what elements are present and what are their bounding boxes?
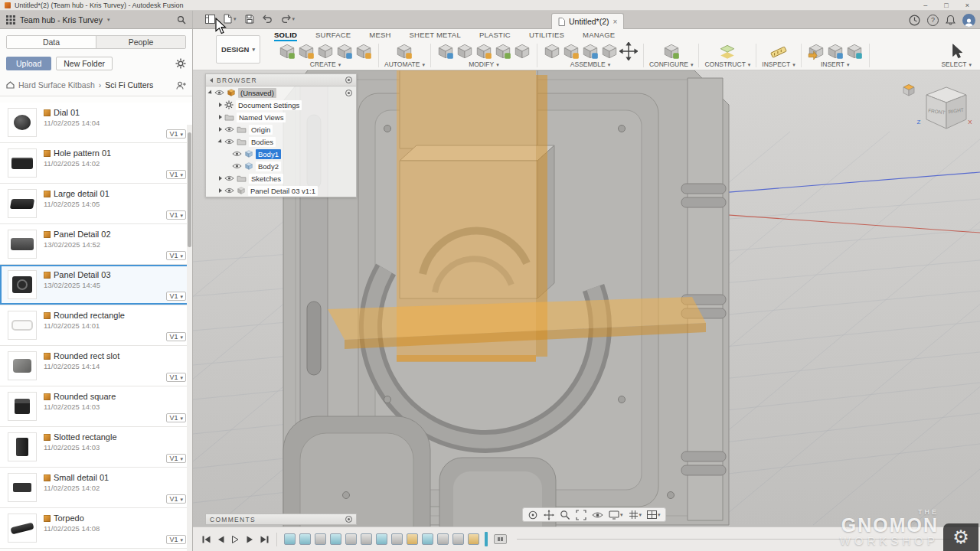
tab-surface[interactable]: SURFACE	[315, 29, 351, 41]
tab-manage[interactable]: MANAGE	[583, 29, 615, 41]
go-to-end-icon[interactable]	[259, 534, 270, 545]
hub-selector[interactable]: Team hub - Kris Turvey ▾	[0, 11, 193, 28]
search-icon[interactable]	[177, 15, 186, 24]
list-item[interactable]: Slotted rectangle 11/02/2025 14:03 V1▾	[0, 427, 192, 468]
browser-row-named-views[interactable]: Named Views	[206, 111, 356, 123]
new-folder-button[interactable]: New Folder	[56, 57, 113, 70]
app-grid-icon[interactable]	[6, 15, 15, 24]
version-dropdown[interactable]: V1▾	[166, 292, 186, 301]
tab-mesh[interactable]: MESH	[369, 29, 390, 41]
display-settings-icon[interactable]: ▾	[607, 509, 625, 521]
new-component-icon[interactable]	[543, 42, 561, 60]
timeline-track[interactable]	[517, 539, 966, 540]
browser-row-body2[interactable]: Body2	[206, 160, 356, 172]
visibility-eye-icon[interactable]	[232, 151, 242, 157]
create-dropdown[interactable]: CREATE▾	[310, 60, 341, 68]
maximize-button[interactable]: □	[944, 2, 948, 9]
tab-close-icon[interactable]: ×	[613, 18, 618, 26]
browser-row-root[interactable]: (Unsaved)	[206, 86, 356, 99]
data-panel-toggle-icon[interactable]	[205, 15, 215, 24]
tab-sheet-metal[interactable]: SHEET METAL	[410, 29, 461, 41]
modify-dropdown[interactable]: MODIFY▾	[469, 60, 499, 68]
visibility-eye-icon[interactable]	[232, 163, 242, 169]
select-dropdown[interactable]: SELECT▾	[941, 60, 972, 68]
collapse-icon[interactable]	[210, 78, 213, 83]
visibility-eye-icon[interactable]	[224, 187, 234, 194]
timeline-feature-fillet[interactable]	[468, 533, 479, 545]
visibility-eye-icon[interactable]	[214, 90, 224, 96]
move-copy-icon[interactable]	[513, 42, 531, 60]
list-item[interactable]: Rounded rect slot 11/02/2025 14:14 V1▾	[0, 346, 192, 386]
browser-row-panel-detail[interactable]: Panel Detail 03 v1:1	[206, 184, 356, 197]
step-back-icon[interactable]	[215, 534, 226, 545]
browser-row-sketches[interactable]: Sketches	[206, 172, 356, 184]
insert-dropdown[interactable]: INSERT▾	[821, 60, 850, 68]
version-dropdown[interactable]: V1▾	[166, 413, 186, 422]
timeline-feature-sketch[interactable]	[376, 533, 387, 545]
browser-row-document-settings[interactable]: Document Settings	[206, 99, 356, 111]
timeline-feature-sketch[interactable]	[422, 533, 433, 545]
viewports-icon[interactable]: ▾	[645, 509, 662, 521]
list-item[interactable]: Dial 01 11/02/2025 14:04 V1▾	[0, 103, 192, 143]
list-item[interactable]: Rounded square 11/02/2025 14:03 V1▾	[0, 386, 192, 427]
tab-solid[interactable]: SOLID	[274, 29, 297, 41]
version-dropdown[interactable]: V1▾	[166, 210, 186, 220]
list-item-selected[interactable]: Panel Detail 03 13/02/2025 14:45 V1▾	[0, 265, 192, 305]
breadcrumb-project[interactable]: Hard Surface Kitbash	[18, 80, 95, 90]
extrude-icon[interactable]	[297, 42, 315, 60]
user-avatar[interactable]	[962, 14, 975, 27]
expand-icon[interactable]	[217, 139, 223, 144]
timeline-feature-extrude[interactable]	[437, 533, 449, 545]
timeline-scrubber[interactable]	[485, 532, 488, 546]
timeline-feature-sketch[interactable]	[330, 533, 341, 545]
expand-icon[interactable]	[219, 103, 222, 107]
tab-plastic[interactable]: PLASTIC	[479, 29, 511, 41]
share-people-icon[interactable]	[176, 81, 186, 90]
joint-icon[interactable]	[562, 42, 580, 60]
assemble-dropdown[interactable]: ASSEMBLE▾	[570, 60, 610, 68]
configure-dropdown[interactable]: CONFIGURE▾	[649, 60, 694, 68]
job-status-icon[interactable]	[909, 15, 920, 26]
help-icon[interactable]: ?	[927, 15, 939, 26]
close-button[interactable]: ×	[965, 2, 969, 9]
undo-icon[interactable]	[263, 15, 273, 24]
activate-radio[interactable]	[345, 90, 352, 96]
version-dropdown[interactable]: V1▾	[166, 373, 186, 382]
scrollbar-thumb[interactable]	[188, 132, 191, 247]
select-arrow-icon[interactable]	[947, 42, 965, 60]
construct-dropdown[interactable]: CONSTRUCT▾	[704, 60, 750, 68]
play-icon[interactable]	[230, 534, 240, 545]
automate-dropdown[interactable]: AUTOMATE▾	[384, 60, 425, 68]
comments-toggle-icon[interactable]	[345, 516, 352, 523]
list-item[interactable]: Rounded rectangle 11/02/2025 14:01 V1▾	[0, 305, 192, 346]
timeline-feature-extrude[interactable]	[452, 533, 464, 545]
root-label[interactable]: (Unsaved)	[238, 88, 276, 98]
selected-body-label[interactable]: Body1	[256, 149, 281, 159]
3d-viewport[interactable]: BROWSER (Unsaved) Document Settings Name…	[193, 70, 980, 527]
expand-icon[interactable]	[219, 176, 222, 181]
timeline-feature-sketch[interactable]	[284, 533, 296, 545]
combine-icon[interactable]	[494, 42, 512, 60]
version-dropdown[interactable]: V1▾	[166, 170, 186, 179]
timeline-marker[interactable]	[494, 534, 507, 544]
timeline-feature-sketch[interactable]	[299, 533, 311, 545]
version-dropdown[interactable]: V1▾	[166, 494, 186, 504]
save-icon[interactable]	[245, 15, 254, 24]
go-to-start-icon[interactable]	[201, 534, 211, 545]
list-item[interactable]: Torpedo 11/02/2025 14:08 V1▾	[0, 508, 192, 549]
rigid-group-icon[interactable]	[600, 42, 619, 60]
zoom-icon[interactable]	[558, 509, 572, 521]
visibility-eye-icon[interactable]	[224, 126, 234, 132]
document-tab[interactable]: Untitled*(2) ×	[551, 13, 624, 29]
look-at-icon[interactable]	[590, 509, 605, 521]
timeline-feature-extrude[interactable]	[315, 533, 326, 545]
version-dropdown[interactable]: V1▾	[166, 332, 186, 341]
comments-bar[interactable]: COMMENTS	[205, 514, 357, 525]
expand-icon[interactable]	[207, 90, 213, 95]
configure-icon[interactable]	[662, 42, 681, 60]
construct-plane-icon[interactable]	[718, 42, 737, 60]
insert-canvas-icon[interactable]	[845, 42, 864, 60]
tab-people[interactable]: People	[96, 36, 185, 48]
minimize-button[interactable]: –	[923, 2, 927, 9]
breadcrumb-folder[interactable]: Sci Fi Cutters	[105, 80, 153, 90]
